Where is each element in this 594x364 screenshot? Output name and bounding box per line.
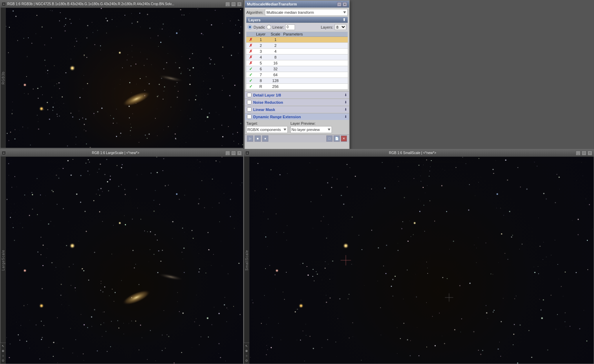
detail-layer-arrow: ⬇ (344, 93, 347, 97)
layer-number-R: R (254, 84, 268, 89)
large-close-button[interactable]: × (237, 151, 242, 155)
circle-icon[interactable]: ● (262, 135, 268, 142)
layer-number-6: 6 (254, 67, 268, 71)
desktop: ≡ RGB 1:6 RGB3b | NGC4725.B.1x180s.B.43x… (0, 0, 594, 364)
small-minimize-button[interactable]: _ (576, 151, 581, 155)
load-instance-icon[interactable]: 📄 (334, 135, 340, 142)
target-group: Target: RGB/K components (246, 121, 288, 133)
panel-title: MultiscaleMedianTransform (247, 2, 297, 6)
small-tool-3[interactable]: ○ (245, 354, 249, 358)
small-scale-titlebar: ≡ RGB 1:6 SmallScale | <*new*> _ □ × (244, 149, 594, 157)
maximize-button[interactable]: □ (231, 2, 236, 7)
noise-reduction-header[interactable]: Noise Reduction ⬇ (245, 99, 349, 105)
linear-mask-header[interactable]: Linear Mask ⬇ (245, 106, 349, 113)
layer-row-2[interactable]: ✗ 2 2 (246, 43, 348, 49)
small-tool-2[interactable]: ⊕ (245, 349, 249, 353)
dynamic-range-header[interactable]: Dynamic Range Extension ⬇ (245, 113, 349, 120)
noise-reduction-checkbox[interactable] (247, 100, 251, 104)
layer-scale-4: 8 (268, 55, 283, 59)
large-scale-titlebar: ≡ RGB 1:6 LargeScale | <*new*> _ □ × (0, 149, 243, 157)
detail-layer-checkbox[interactable] (247, 93, 251, 97)
stop-square-icon[interactable]: ■ (255, 135, 261, 142)
linear-mask-checkbox[interactable] (247, 107, 251, 112)
large-minimize-button[interactable]: _ (225, 151, 230, 155)
linear-mask-label: Linear Mask (253, 108, 275, 112)
small-bottom-tools: ↖ ⊕ ○ ⊙ (244, 343, 249, 364)
large-scale-sidebar-label: LargeScale (0, 157, 6, 364)
new-instance-icon[interactable]: □ (326, 135, 333, 142)
layer-number-2: 2 (254, 43, 268, 48)
noise-reduction-arrow: ⬇ (344, 100, 347, 104)
small-tool-arrow[interactable]: ↖ (245, 344, 249, 348)
layer-check-1: ✗ (248, 37, 254, 42)
layer-check-R: ✓ (248, 84, 254, 89)
main-window-titlebar: ≡ RGB 1:6 RGB3b | NGC4725.B.1x180s.B.43x… (0, 0, 243, 8)
layer-row-5[interactable]: ✗ 5 16 (246, 60, 348, 66)
layer-number-1: 1 (254, 38, 268, 42)
large-maximize-button[interactable]: □ (231, 151, 236, 155)
large-tool-4[interactable]: ⊙ (1, 358, 5, 363)
layer-scale-6: 32 (268, 67, 283, 71)
main-window-menu-icon[interactable]: ≡ (2, 2, 6, 6)
dynamic-range-checkbox[interactable] (247, 114, 251, 119)
large-scale-menu-icon[interactable]: ≡ (2, 151, 6, 155)
dynamic-range-arrow: ⬇ (344, 115, 347, 119)
linear-value-input[interactable] (285, 24, 295, 30)
linear-mask-arrow: ⬇ (344, 108, 347, 111)
main-window-controls: _ □ × (225, 2, 242, 7)
run-triangle-icon[interactable]: ▷ (247, 135, 253, 142)
layer-row-4[interactable]: ✗ 4 8 (246, 54, 348, 60)
layer-check-6: ✓ (248, 67, 254, 71)
target-label: Target: (246, 121, 288, 125)
layer-check-2: ✗ (248, 43, 254, 48)
large-tool-3[interactable]: ○ (1, 354, 5, 358)
layers-section-label: Layers (248, 18, 260, 22)
layer-number-5: 5 (254, 61, 268, 65)
small-scale-canvas (249, 157, 594, 364)
large-scale-window: ≡ RGB 1:6 LargeScale | <*new*> _ □ × Lar… (0, 149, 244, 364)
layers-count-select[interactable]: 8 (335, 24, 346, 30)
small-scale-window: ≡ RGB 1:6 SmallScale | <*new*> _ □ × Sma… (244, 149, 594, 364)
small-scale-sidebar-label: SmallScale (244, 157, 249, 364)
large-tool-2[interactable]: ⊕ (1, 349, 5, 353)
target-preview-row: Target: RGB/K components Layer Preview: … (245, 120, 349, 134)
small-close-button[interactable]: × (587, 151, 592, 155)
detail-layer-header[interactable]: Detail Layer 1/8 ⬇ (245, 92, 349, 98)
action-icons-row: ▷ ■ ● □ 📄 ✕ (245, 134, 349, 142)
main-sidebar-label: RGB3b (0, 8, 6, 148)
large-tool-arrow[interactable]: ↖ (1, 344, 5, 348)
layer-preview-select[interactable]: No layer preview (290, 126, 332, 133)
panel-titlebar: MultiscaleMedianTransform ↔ × (245, 1, 349, 8)
close-button[interactable]: × (237, 2, 242, 7)
layer-check-4: ✗ (248, 55, 254, 60)
col-header-check (248, 32, 254, 36)
target-select[interactable]: RGB/K components (246, 126, 288, 133)
layer-row-3[interactable]: ✗ 3 4 (246, 49, 348, 54)
linear-label: Linear: (273, 25, 284, 29)
layer-check-3: ✗ (248, 49, 254, 54)
panel-resize-button[interactable]: ↔ (337, 2, 341, 7)
panel-close-button[interactable]: × (343, 2, 347, 7)
small-tool-4[interactable]: ⊙ (245, 358, 249, 363)
layer-row-6[interactable]: ✓ 6 32 (246, 66, 348, 72)
small-maximize-button[interactable]: □ (582, 151, 586, 155)
dyadic-radio[interactable] (248, 25, 252, 29)
layer-row-8[interactable]: ✓ 8 128 (246, 78, 348, 84)
layer-row-R[interactable]: ✓ R 256 (246, 84, 348, 90)
linear-radio[interactable] (267, 25, 271, 29)
layer-row-1[interactable]: ✗ 1 1 (246, 37, 348, 43)
layers-section-header[interactable]: Layers ⬆ (246, 17, 348, 23)
noise-reduction-label: Noise Reduction (253, 100, 283, 104)
layer-check-7: ✓ (248, 72, 254, 77)
layer-check-5: ✗ (248, 61, 254, 65)
noise-reduction-section: Noise Reduction ⬇ (245, 99, 349, 105)
small-scale-menu-icon[interactable]: ≡ (245, 151, 249, 155)
delete-instance-icon[interactable]: ✕ (341, 135, 347, 142)
layer-row-7[interactable]: ✓ 7 64 (246, 72, 348, 78)
algorithm-select[interactable]: Multiscale median transform (265, 9, 348, 16)
small-scale-title: RGB 1:6 SmallScale | <*new*> (251, 151, 574, 155)
layer-scale-R: 256 (268, 84, 283, 89)
minimize-button[interactable]: _ (225, 2, 230, 7)
algorithm-label: Algorithm: (246, 10, 264, 14)
layer-preview-group: Layer Preview: No layer preview (290, 121, 332, 133)
